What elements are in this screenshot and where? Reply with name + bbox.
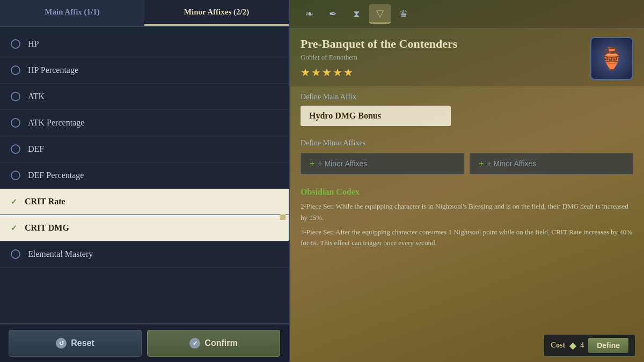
main-affix-value[interactable]: Hydro DMG Bonus [301, 106, 451, 126]
affix-item-hp[interactable]: HP [0, 31, 289, 57]
affix-item-hp-pct[interactable]: HP Percentage [0, 57, 289, 84]
item-stars: ★★★★★ [301, 66, 582, 79]
item-type-tabs: ❧ ✒ ⧗ ▽ ♛ [290, 0, 644, 28]
affix-item-def-pct[interactable]: DEF Percentage [0, 162, 289, 189]
item-image: 🏺 [590, 37, 633, 80]
feather-icon: ✒ [329, 8, 337, 20]
minor-affix-section: Define Minor Affixes + + Minor Affixes +… [290, 132, 644, 181]
type-tab-crown[interactable]: ♛ [393, 4, 414, 24]
tabs-header: Main Affix (1/1) Minor Affixes (2/2) [0, 0, 289, 27]
cost-value: 4 [580, 341, 584, 350]
affix-list-container: HP HP Percentage ATK ATK Percentage DEF [0, 27, 289, 323]
type-tab-flower[interactable]: ❧ [298, 4, 320, 24]
set-desc-4piece: 4-Piece Set: After the equipping charact… [301, 227, 633, 249]
tab-main-affix[interactable]: Main Affix (1/1) [0, 0, 144, 26]
radio-hp-pct [11, 65, 20, 75]
item-artifact-icon: 🏺 [598, 46, 625, 71]
check-icon-crit-dmg: ✓ [11, 224, 17, 233]
radio-hp [11, 39, 20, 49]
affix-item-crit-rate[interactable]: ✓ CRIT Rate [0, 189, 289, 215]
main-affix-section: Define Main Affix Hydro DMG Bonus [290, 86, 644, 132]
flower-icon: ❧ [305, 8, 313, 20]
confirm-button[interactable]: ✓ Confirm [147, 330, 280, 357]
reset-icon: ↺ [56, 338, 67, 349]
cost-label: Cost [551, 341, 565, 350]
minor-affix-btn-1[interactable]: + + Minor Affixes [301, 153, 464, 174]
item-subtitle: Goblet of Eonothem [301, 53, 582, 62]
minor-affix-label: Define Minor Affixes [301, 139, 633, 147]
cost-gem-icon: ◆ [569, 341, 576, 351]
left-panel: Main Affix (1/1) Minor Affixes (2/2) HP … [0, 0, 290, 362]
bottom-buttons: ↺ Reset ✓ Confirm [0, 323, 289, 362]
goblet-icon: ▽ [376, 8, 384, 19]
radio-def-pct [11, 171, 20, 180]
type-tab-hourglass[interactable]: ⧗ [346, 4, 367, 24]
affix-list: HP HP Percentage ATK ATK Percentage DEF [0, 27, 289, 272]
item-header: Pre-Banquet of the Contenders Goblet of … [290, 28, 644, 86]
item-info: Pre-Banquet of the Contenders Goblet of … [301, 37, 582, 79]
minor-affix-btn-2[interactable]: + + Minor Affixes [470, 153, 633, 174]
radio-elem-mastery [11, 249, 20, 259]
define-button[interactable]: Define [588, 338, 628, 353]
affix-item-crit-dmg[interactable]: ✓ CRIT DMG [0, 215, 289, 241]
set-name: Obsidian Codex [301, 187, 633, 197]
type-tab-feather[interactable]: ✒ [322, 4, 343, 24]
type-tab-goblet[interactable]: ▽ [369, 4, 391, 24]
crown-icon: ♛ [399, 8, 408, 20]
right-panel: ❧ ✒ ⧗ ▽ ♛ Pre-Banquet of the Contenders … [290, 0, 644, 362]
check-icon-crit-rate: ✓ [11, 197, 17, 206]
reset-button[interactable]: ↺ Reset [9, 330, 142, 357]
cost-bar: Cost ◆ 4 Define [544, 334, 635, 357]
confirm-icon: ✓ [189, 338, 200, 349]
item-name: Pre-Banquet of the Contenders [301, 37, 582, 51]
radio-atk [11, 92, 20, 101]
minor-affixes-row: + + Minor Affixes + + Minor Affixes [301, 153, 633, 174]
affix-item-def[interactable]: DEF [0, 136, 289, 162]
hourglass-icon: ⧗ [353, 9, 360, 20]
plus-icon-2: + [479, 159, 484, 168]
affix-item-elem-mastery[interactable]: Elemental Mastery [0, 241, 289, 268]
set-desc-2piece: 2-Piece Set: While the equipping charact… [301, 201, 633, 224]
plus-icon-1: + [310, 159, 314, 168]
tab-minor-affixes[interactable]: Minor Affixes (2/2) [144, 0, 289, 26]
main-affix-label: Define Main Affix [301, 93, 633, 101]
radio-def [11, 144, 20, 154]
affix-item-atk[interactable]: ATK [0, 84, 289, 110]
radio-atk-pct [11, 118, 20, 128]
affix-item-atk-pct[interactable]: ATK Percentage [0, 110, 289, 136]
scroll-indicator [280, 215, 286, 220]
